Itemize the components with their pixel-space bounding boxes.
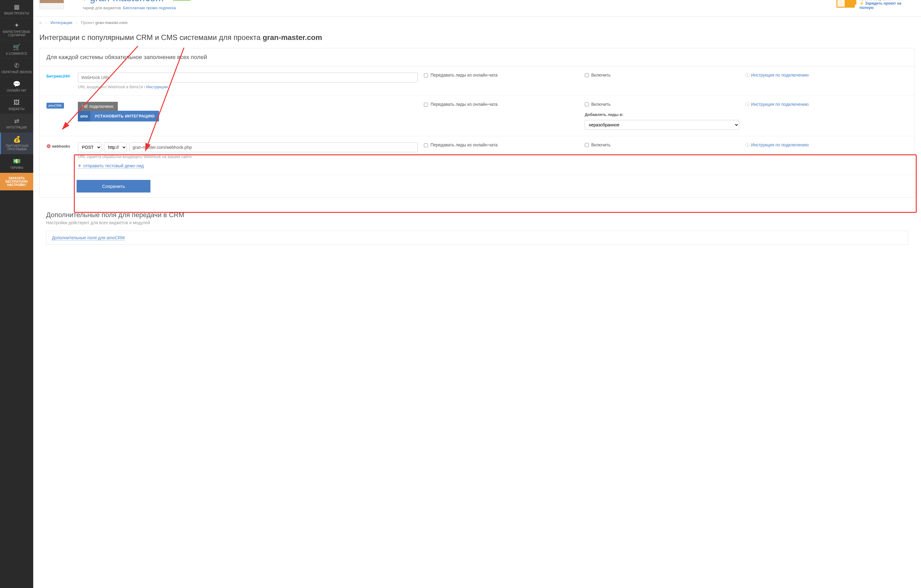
webhook-method-select[interactable]: POST	[78, 142, 101, 152]
sidebar-item-callback[interactable]: ✆ОБРАТНЫЙ ЗВОНОК	[0, 59, 33, 77]
sidebar-item-ecommerce[interactable]: 🛒E-COMMERCE	[0, 40, 33, 59]
grid-icon: ▦	[14, 3, 20, 10]
site-name: gran-master.com	[90, 0, 164, 4]
info-icon: ⓘ	[745, 142, 750, 147]
amo-pass-leads-checkbox[interactable]	[424, 103, 428, 107]
promo-text: на 60% мощности. ⚡ Зарядить проект на по…	[859, 0, 915, 10]
promo-link[interactable]: ⚡ Зарядить проект на полную	[859, 1, 901, 10]
webhook-url-input[interactable]	[129, 142, 418, 152]
row-bitrix: Битрикс24® URL входящего WebHook в Bitri…	[40, 67, 914, 95]
page-title: Интеграции с популярными CRM и CMS систе…	[33, 29, 921, 48]
save-button[interactable]: Сохранить	[76, 180, 150, 193]
bitrix-pass-leads-checkbox[interactable]	[424, 73, 428, 78]
bitrix-enable-checkbox[interactable]	[585, 73, 589, 77]
sidebar-item-label: ПАРТНЕРСКАЯ ПРОГРАММА	[2, 144, 32, 151]
sidebar-item-partner[interactable]: 💰ПАРТНЕРСКАЯ ПРОГРАММА	[0, 133, 33, 154]
amo-enable-checkbox[interactable]	[585, 102, 589, 106]
webhook-pass-leads-checkbox[interactable]	[424, 143, 428, 147]
sidebar-item-integrations[interactable]: ⇄ИНТЕГРАЦИИ	[0, 114, 33, 133]
sidebar-cta-order[interactable]: ЗАКАЗАТЬ БЕСПЛАТНУЮ НАСТРОЙКУ	[0, 173, 33, 190]
amo-install-button[interactable]: amo УСТАНОВИТЬ ИНТЕГРАЦИЮ	[78, 111, 159, 122]
webhook-icon: ⚙	[46, 143, 51, 149]
bitrix-hint: URL входящего WebHook в Bitrix24 / Инстр…	[78, 84, 418, 89]
sidebar-item-label: E-COMMERCE	[6, 52, 27, 55]
enable-label: Включить	[591, 102, 610, 107]
sidebar: ▦ВАШИ ПРОЕКТЫ ✦МАРКЕТИНГОВЫЕ СЦЕНАРИИ 🛒E…	[0, 0, 33, 588]
amo-add-leads-select[interactable]: неразобранное	[585, 120, 739, 130]
bitrix-instruction-link[interactable]: Инструкция по подключению	[751, 73, 809, 78]
main-content: gran-master.com ▾ работает тариф для вид…	[33, 0, 921, 588]
save-row: Сохранить	[40, 175, 914, 197]
sidebar-item-label: ОНЛАЙН ЧАТ	[7, 89, 26, 92]
pass-leads-label: Передавать лиды из онлайн-чата	[430, 102, 498, 107]
sidebar-item-chat[interactable]: 💬ОНЛАЙН ЧАТ	[0, 77, 33, 96]
phone-icon: ✆	[14, 62, 20, 69]
pass-leads-label: Передавать лиды из онлайн-чата	[430, 142, 498, 147]
webhook-hint: URL скрипта обработки входящего WebHook …	[78, 154, 418, 159]
sidebar-item-tariffs[interactable]: 💵ТАРИФЫ	[0, 154, 33, 173]
top-bar: gran-master.com ▾ работает тариф для вид…	[33, 0, 921, 16]
paper-plane-icon: ✈	[78, 163, 81, 168]
extra-fields-amocrm-link[interactable]: Дополнительные поля для amoCRM	[52, 235, 125, 240]
bitrix-hint-link[interactable]: Инструкция	[146, 84, 168, 89]
chat-icon: 💬	[13, 80, 21, 88]
webhook-instruction-link[interactable]: Инструкция по подключению	[751, 142, 809, 147]
amo-not-connected: НЕ подключено	[78, 102, 118, 111]
sidebar-item-label: ОБРАТНЫЙ ЗВОНОК	[1, 70, 32, 74]
sidebar-item-label: ТАРИФЫ	[10, 166, 23, 169]
banknote-icon: 💵	[13, 158, 21, 165]
pass-leads-label: Передавать лиды из онлайн-чата	[430, 73, 498, 78]
image-icon: 🖼	[13, 99, 20, 106]
chevron-down-icon[interactable]: ▾	[167, 0, 170, 2]
amo-instruction-link[interactable]: Инструкция по подключению	[751, 102, 809, 107]
extra-fields-panel: Дополнительные поля для передачи в CRM Н…	[39, 205, 915, 253]
sidebar-item-widgets[interactable]: 🖼ВИДЖЕТЫ	[0, 96, 33, 114]
panel-heading: Для каждой системы обязательное заполнен…	[40, 48, 914, 67]
send-demo-lead-link[interactable]: ✈отправить тестовый демо-лид	[78, 163, 144, 169]
row-webhooks: ⚙webhooks POST http:// URL скрипта обраб…	[40, 136, 914, 175]
webhooks-logo: ⚙webhooks	[46, 143, 72, 149]
sidebar-item-label: ВИДЖЕТЫ	[9, 107, 24, 111]
breadcrumb-current: Проект gran-master.com	[81, 20, 127, 25]
battery-icon	[836, 0, 855, 8]
enable-label: Включить	[591, 142, 610, 147]
status-badge: работает	[173, 0, 191, 1]
extra-fields-subtitle: Настройки действуют для всех виджетов и …	[39, 220, 915, 231]
home-icon[interactable]: ⌂	[39, 20, 42, 25]
status-dot-icon	[83, 0, 87, 0]
add-leads-label: Добавлять лиды в:	[585, 112, 739, 117]
row-amocrm: amoCRM. НЕ подключено amo УСТАНОВИТЬ ИНТ…	[40, 95, 914, 136]
money-hand-icon: 💰	[13, 136, 21, 143]
site-thumbnail	[39, 0, 64, 9]
install-text: УСТАНОВИТЬ ИНТЕГРАЦИЮ	[90, 111, 159, 122]
sidebar-item-label: ИНТЕГРАЦИИ	[6, 126, 27, 129]
info-icon: ⓘ	[745, 73, 750, 78]
sidebar-item-label: МАРКЕТИНГОВЫЕ СЦЕНАРИИ	[1, 30, 32, 37]
bitrix-logo: Битрикс24®	[46, 74, 70, 78]
amo-box-icon: amo	[78, 111, 90, 122]
webhook-protocol-select[interactable]: http://	[104, 142, 127, 152]
webhook-enable-checkbox[interactable]	[585, 143, 589, 147]
breadcrumb-link[interactable]: Интеграции	[50, 20, 72, 25]
extra-fields-title: Дополнительные поля для передачи в CRM	[39, 205, 915, 220]
info-icon: ⓘ	[745, 102, 750, 107]
tariff-line: тариф для виджетов: Бесплатная промо под…	[83, 5, 191, 10]
integrations-panel: Для каждой системы обязательное заполнен…	[39, 48, 915, 198]
enable-label: Включить	[591, 73, 610, 78]
breadcrumb: ⌂ › Интеграции › Проект gran-master.com	[33, 16, 921, 29]
extra-fields-box: Дополнительные поля для amoCRM	[46, 231, 908, 245]
arrows-icon: ⇄	[14, 117, 20, 125]
amocrm-logo: amoCRM.	[46, 103, 64, 109]
wand-icon: ✦	[14, 21, 20, 29]
bitrix-webhook-input[interactable]	[78, 73, 418, 83]
cart-icon: 🛒	[13, 43, 21, 51]
tariff-link[interactable]: Бесплатная промо подписка	[123, 5, 176, 10]
sidebar-item-label: ВАШИ ПРОЕКТЫ	[4, 12, 29, 15]
sidebar-item-marketing[interactable]: ✦МАРКЕТИНГОВЫЕ СЦЕНАРИИ	[0, 18, 33, 40]
sidebar-item-projects[interactable]: ▦ВАШИ ПРОЕКТЫ	[0, 0, 33, 18]
